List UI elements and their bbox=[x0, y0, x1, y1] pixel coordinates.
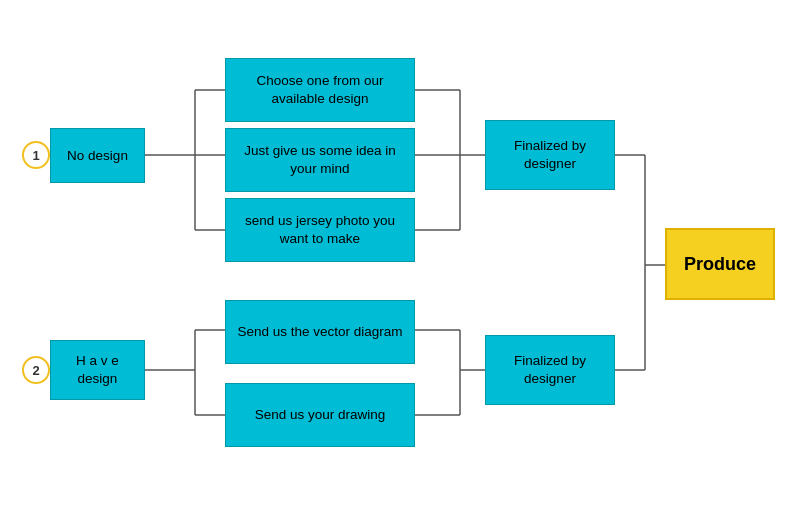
choose-one-box: Choose one from our available design bbox=[225, 58, 415, 122]
send-vector-box: Send us the vector diagram bbox=[225, 300, 415, 364]
have-design-circle: 2 bbox=[22, 356, 50, 384]
just-give-box: Just give us some idea in your mind bbox=[225, 128, 415, 192]
send-jersey-box: send us jersey photo you want to make bbox=[225, 198, 415, 262]
no-design-circle: 1 bbox=[22, 141, 50, 169]
no-design-box: No design bbox=[50, 128, 145, 183]
finalized1-box: Finalized by designer bbox=[485, 120, 615, 190]
have-design-box: H a v e design bbox=[50, 340, 145, 400]
produce-box: Produce bbox=[665, 228, 775, 300]
finalized2-box: Finalized by designer bbox=[485, 335, 615, 405]
diagram: 1 No design Choose one from our availabl… bbox=[0, 0, 800, 517]
send-drawing-box: Send us your drawing bbox=[225, 383, 415, 447]
